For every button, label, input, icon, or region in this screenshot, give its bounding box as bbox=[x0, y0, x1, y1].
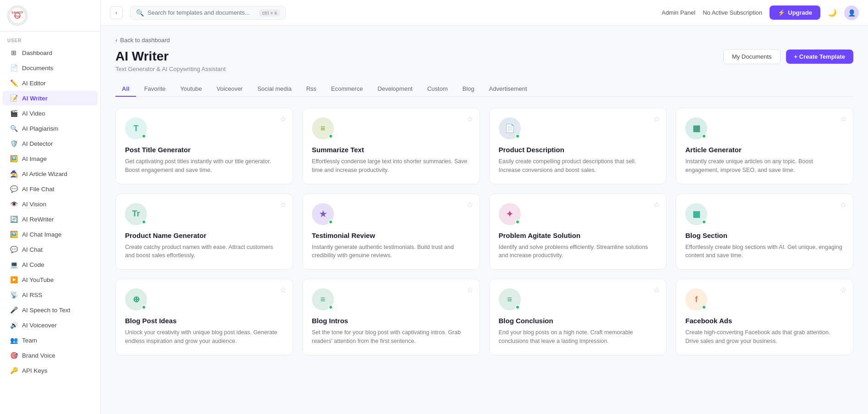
card-description-product-name-generator: Create catchy product names with ease. A… bbox=[125, 243, 284, 260]
create-template-button[interactable]: + Create Template bbox=[786, 50, 853, 64]
favorite-star-blog-section[interactable]: ☆ bbox=[840, 200, 846, 209]
sidebar-label-ai-video: AI Video bbox=[22, 110, 45, 117]
my-documents-button[interactable]: My Documents bbox=[723, 49, 781, 64]
sidebar-item-ai-youtube[interactable]: ▶️AI YouTube bbox=[3, 272, 98, 287]
dark-mode-toggle[interactable]: 🌙 bbox=[828, 8, 837, 17]
sidebar-item-team[interactable]: 👥Team bbox=[3, 333, 98, 348]
sidebar-item-ai-detector[interactable]: 🛡️AI Detector bbox=[3, 136, 98, 151]
card-blog-section[interactable]: ☆ ▦ Blog Section Effortlessly create blo… bbox=[676, 193, 853, 270]
card-title-problem-agitate-solution: Problem Agitate Solution bbox=[499, 232, 657, 239]
sidebar-label-ai-article-wizard: AI Article Wizard bbox=[22, 171, 67, 177]
card-problem-agitate-solution[interactable]: ☆ ✦ Problem Agitate Solution Identify an… bbox=[489, 193, 667, 270]
sidebar-item-brand-voice[interactable]: 🎯Brand Voice bbox=[3, 348, 98, 363]
card-title-product-description: Product Description bbox=[499, 146, 657, 154]
card-description-facebook-ads: Create high-converting Facebook ads that… bbox=[685, 328, 844, 346]
card-facebook-ads[interactable]: ☆ f Facebook Ads Create high-converting … bbox=[676, 279, 853, 355]
card-title-blog-intros: Blog Intros bbox=[312, 317, 470, 325]
tab-social-media[interactable]: Social media bbox=[251, 82, 298, 97]
sidebar-label-ai-file-chat: AI File Chat bbox=[22, 186, 55, 193]
sidebar-item-ai-editor[interactable]: ✏️AI Editor bbox=[3, 76, 98, 90]
page-header: AI Writer Text Generator & AI Copywritin… bbox=[115, 49, 853, 72]
card-product-name-generator[interactable]: ☆ Tr Product Name Generator Create catch… bbox=[115, 193, 293, 270]
sidebar-item-ai-article-wizard[interactable]: 🧙AI Article Wizard bbox=[3, 166, 98, 181]
sidebar-item-ai-chat-image[interactable]: 🖼️AI Chat Image bbox=[3, 227, 98, 242]
active-dot-facebook-ads bbox=[702, 305, 706, 309]
sidebar-icon-api-keys: 🔑 bbox=[10, 367, 17, 374]
page-subtitle: Text Generator & AI Copywriting Assistan… bbox=[115, 66, 226, 72]
favorite-star-blog-post-ideas[interactable]: ☆ bbox=[280, 286, 286, 294]
active-dot-blog-conclusion bbox=[515, 305, 520, 309]
collapse-sidebar-button[interactable]: ‹ bbox=[110, 6, 123, 19]
sidebar-label-team: Team bbox=[22, 337, 37, 344]
sidebar-item-ai-chat[interactable]: 💬AI Chat bbox=[3, 242, 98, 257]
sidebar-icon-ai-editor: ✏️ bbox=[10, 79, 17, 87]
favorite-star-product-description[interactable]: ☆ bbox=[653, 115, 660, 123]
sidebar-label-dashboard: Dashboard bbox=[22, 50, 52, 56]
active-dot-blog-section bbox=[702, 220, 706, 224]
sidebar-label-ai-youtube: AI YouTube bbox=[22, 276, 54, 283]
card-description-blog-conclusion: End your blog posts on a high note. Craf… bbox=[499, 328, 657, 346]
sidebar-logo: Launch Pro bbox=[0, 0, 100, 32]
tab-ecommerce[interactable]: Ecommerce bbox=[325, 82, 369, 97]
back-chevron-icon: ‹ bbox=[115, 37, 117, 44]
card-icon-post-title-generator: T bbox=[125, 117, 147, 139]
tab-youtube[interactable]: Youtube bbox=[174, 82, 208, 97]
sidebar-item-ai-writer[interactable]: 📝AI Writer bbox=[3, 91, 98, 105]
sidebar-item-ai-rss[interactable]: 📡AI RSS bbox=[3, 287, 98, 302]
tab-favorite[interactable]: Favorite bbox=[138, 82, 172, 97]
card-article-generator[interactable]: ☆ ▦ Article Generator Instantly create u… bbox=[676, 108, 853, 184]
favorite-star-facebook-ads[interactable]: ☆ bbox=[840, 286, 846, 294]
sidebar: Launch Pro USER ⊞Dashboard📄Documents✏️AI… bbox=[0, 0, 101, 414]
sidebar-icon-ai-detector: 🛡️ bbox=[10, 140, 17, 147]
sidebar-item-documents[interactable]: 📄Documents bbox=[3, 61, 98, 75]
sidebar-icon-ai-speech-to-text: 🎤 bbox=[10, 306, 17, 314]
sidebar-item-dashboard[interactable]: ⊞Dashboard bbox=[3, 45, 98, 60]
favorite-star-blog-conclusion[interactable]: ☆ bbox=[653, 286, 660, 294]
card-summarize-text[interactable]: ☆ ≡ Summarize Text Effortlessly condense… bbox=[302, 108, 480, 184]
tab-custom[interactable]: Custom bbox=[421, 82, 454, 97]
tab-voiceover[interactable]: Voiceover bbox=[210, 82, 249, 97]
card-blog-post-ideas[interactable]: ☆ ⊕ Blog Post Ideas Unlock your creativi… bbox=[115, 279, 293, 355]
sidebar-item-ai-speech-to-text[interactable]: 🎤AI Speech to Text bbox=[3, 303, 98, 317]
sidebar-item-api-keys[interactable]: 🔑API Keys bbox=[3, 363, 98, 378]
sidebar-item-ai-file-chat[interactable]: 💬AI File Chat bbox=[3, 182, 98, 196]
sidebar-item-ai-code[interactable]: 💻AI Code bbox=[3, 257, 98, 272]
tab-all[interactable]: All bbox=[115, 82, 136, 97]
favorite-star-post-title-generator[interactable]: ☆ bbox=[280, 115, 286, 123]
sidebar-item-ai-plagiarism[interactable]: 🔍AI Plagiarism bbox=[3, 121, 98, 136]
search-input[interactable] bbox=[147, 9, 256, 16]
sidebar-item-ai-rewriter[interactable]: 🔄AI ReWriter bbox=[3, 212, 98, 226]
sidebar-label-ai-detector: AI Detector bbox=[22, 140, 53, 147]
card-product-description[interactable]: ☆ 📄 Product Description Easily create co… bbox=[489, 108, 667, 184]
card-testimonial-review[interactable]: ☆ ★ Testimonial Review Instantly generat… bbox=[302, 193, 480, 270]
tab-advertisement[interactable]: Advertisement bbox=[483, 82, 534, 97]
cards-grid: ☆ T Post Title Generator Get captivating… bbox=[115, 108, 853, 355]
favorite-star-problem-agitate-solution[interactable]: ☆ bbox=[653, 200, 660, 209]
sidebar-icon-documents: 📄 bbox=[10, 64, 17, 72]
upgrade-button[interactable]: ⚡ Upgrade bbox=[770, 6, 820, 20]
sidebar-item-ai-voiceover[interactable]: 🔊AI Voiceover bbox=[3, 318, 98, 332]
favorite-star-testimonial-review[interactable]: ☆ bbox=[467, 200, 473, 209]
favorite-star-product-name-generator[interactable]: ☆ bbox=[280, 200, 286, 209]
tab-rss[interactable]: Rss bbox=[300, 82, 322, 97]
sidebar-label-ai-code: AI Code bbox=[22, 261, 44, 268]
card-blog-conclusion[interactable]: ☆ ≡ Blog Conclusion End your blog posts … bbox=[489, 279, 667, 355]
sidebar-label-ai-editor: AI Editor bbox=[22, 80, 46, 87]
favorite-star-article-generator[interactable]: ☆ bbox=[840, 115, 846, 123]
card-post-title-generator[interactable]: ☆ T Post Title Generator Get captivating… bbox=[115, 108, 293, 184]
back-link[interactable]: ‹ Back to dashboard bbox=[115, 37, 853, 44]
favorite-star-summarize-text[interactable]: ☆ bbox=[467, 115, 473, 123]
sidebar-item-ai-vision[interactable]: 👁️AI Vision bbox=[3, 197, 98, 211]
sidebar-icon-ai-code: 💻 bbox=[10, 261, 17, 268]
tab-development[interactable]: Development bbox=[371, 82, 419, 97]
sidebar-label-ai-rss: AI RSS bbox=[22, 292, 42, 298]
sidebar-label-documents: Documents bbox=[22, 65, 53, 72]
sidebar-icon-team: 👥 bbox=[10, 337, 17, 344]
favorite-star-blog-intros[interactable]: ☆ bbox=[467, 286, 473, 294]
card-blog-intros[interactable]: ☆ ≡ Blog Intros Set the tone for your bl… bbox=[302, 279, 480, 355]
sidebar-item-ai-video[interactable]: 🎬AI Video bbox=[3, 106, 98, 121]
tab-blog[interactable]: Blog bbox=[456, 82, 481, 97]
user-avatar[interactable]: 👤 bbox=[844, 6, 859, 20]
admin-panel-link[interactable]: Admin Panel bbox=[661, 9, 695, 16]
sidebar-item-ai-image[interactable]: 🖼️AI Image bbox=[3, 151, 98, 166]
